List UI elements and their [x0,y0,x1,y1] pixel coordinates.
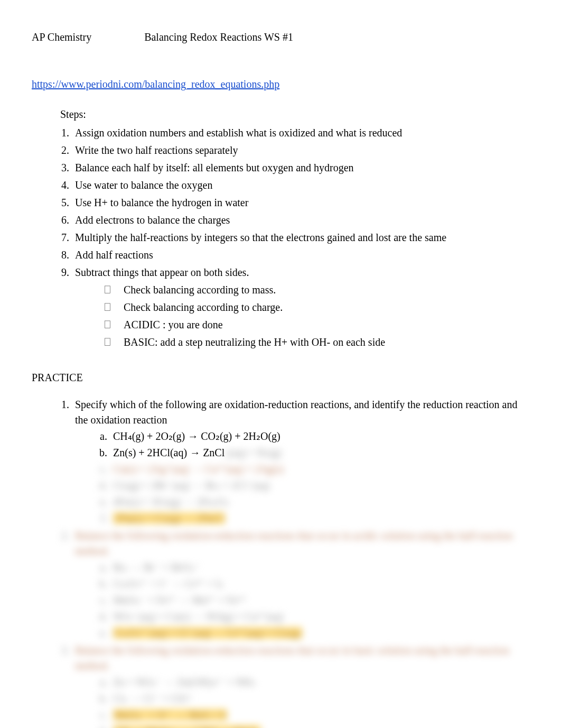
practice-list-blurred: Balance the following oxidation-reductio… [55,528,529,728]
practice-question: Specify which of the following are oxida… [72,397,529,526]
check-item: ⎕ Check balancing according to mass. [105,282,529,298]
sub-question-blurred: Cl₂ → Cl⁻ + ClO⁻ [110,691,529,706]
sub-question-list: CH₄(g) + 2O₂(g) → CO₂(g) + 2H₂O(g) Zn(s)… [96,429,529,460]
sub-question-blurred: Cr₂O₇²⁻ + I⁻ → Cr³⁺ + I₂ [110,576,529,592]
practice-question-blurred: Balance the following oxidation-reductio… [72,528,529,641]
page-header: AP Chemistry Balancing Redox Reactions W… [32,30,529,45]
sub-question-blurred: 4Fe(s) + 3O₂(g) → 2Fe₂O₃ [110,494,529,510]
step-item: Multiply the half-reactions by integers … [72,230,529,245]
sub-question-blurred: MnO₄⁻ + Fe²⁺ → Mn²⁺ + Fe³⁺ [110,593,529,608]
step-item: Write the two half reactions separately [72,143,529,158]
step-item: Subtract things that appear on both side… [72,265,529,350]
question-text-blurred: Balance the following oxidation-reductio… [75,644,509,671]
sub-question-list-blurred: Br₂ → Br⁻ + BrO₃⁻ Cr₂O₇²⁻ + I⁻ → Cr³⁺ + … [96,560,529,641]
step-item: Assign oxidation numbers and establish w… [72,125,529,141]
check-item: ⎕ BASIC: add a step neutralizing the H+ … [105,335,529,350]
step-item: Add electrons to balance the charges [72,213,529,228]
sub-question: CH₄(g) + 2O₂(g) → CO₂(g) + 2H₂O(g) [110,429,529,444]
worksheet-title: Balancing Redox Reactions WS #1 [144,30,293,45]
sub-question: Zn(s) + 2HCl(aq) → ZnCl₂(aq) + H₂(g) [110,445,529,460]
step-item: Add half reactions [72,247,529,263]
equation-visible: Zn(s) + 2HCl(aq) → ZnCl [113,447,225,458]
check-text: Check balancing according to mass. [124,282,276,298]
bullet-icon: ⎕ [105,282,112,296]
sub-question-list-blurred: Cu(s) + 2Ag⁺(aq) → Cu²⁺(aq) + 2Ag(s) Cl₂… [96,462,529,526]
sub-question-blurred: Cr₂O₇²⁻(aq) + Cl⁻(aq) → Cr³⁺(aq) + Cl₂(g… [110,625,529,641]
sub-question-blurred: Cu(s) + 2Ag⁺(aq) → Cu²⁺(aq) + 2Ag(s) [110,462,529,477]
check-item: ⎕ ACIDIC : you are done [105,317,529,333]
sub-question-blurred: 2Na(s) + Cl₂(g) → 2NaCl [110,511,529,526]
check-text: Check balancing according to charge. [124,300,283,315]
sub-question-blurred: Zn + NO₃⁻ → Zn(OH)₄²⁻ + NH₃ [110,675,529,690]
sub-question-blurred: NO₃⁻(aq) + Cu(s) → NO(g) + Cu²⁺(aq) [110,609,529,624]
steps-label: Steps: [60,107,529,122]
sub-question-list-blurred: Zn + NO₃⁻ → Zn(OH)₄²⁻ + NH₃ Cl₂ → Cl⁻ + … [96,675,529,728]
step-item: Use water to balance the oxygen [72,178,529,193]
practice-heading: PRACTICE [32,370,529,385]
sub-question-blurred: CN⁻ + MnO₄⁻ → CNO⁻ + MnO₂ [110,724,529,728]
blurred-content: ₂(aq) + H₂(g) [225,447,281,458]
check-item: ⎕ Check balancing according to charge. [105,300,529,315]
reference-link[interactable]: https://www.periodni.com/balancing_redox… [32,78,279,90]
step-item: Balance each half by itself: all element… [72,160,529,176]
checks-list: ⎕ Check balancing according to mass. ⎕ C… [105,282,529,350]
sub-question-blurred: MnO₄⁻ + S²⁻ → MnS + S [110,707,529,723]
bullet-icon: ⎕ [105,317,112,331]
reference-link-row: https://www.periodni.com/balancing_redox… [32,77,529,92]
step-item: Use H+ to balance the hydrogen in water [72,195,529,210]
sub-question-blurred: Br₂ → Br⁻ + BrO₃⁻ [110,560,529,575]
question-text-blurred: Balance the following oxidation-reductio… [75,530,513,557]
course-name: AP Chemistry [32,30,91,45]
steps-list: Assign oxidation numbers and establish w… [55,125,529,350]
blurred-content: Balance the following oxidation-reductio… [32,528,529,728]
bullet-icon: ⎕ [105,300,112,314]
check-text: BASIC: add a step neutralizing the H+ wi… [124,335,385,350]
check-text: ACIDIC : you are done [124,317,223,333]
bullet-icon: ⎕ [105,335,112,348]
practice-list: Specify which of the following are oxida… [55,397,529,526]
practice-question-blurred: Balance the following oxidation-reductio… [72,643,529,728]
question-text: Specify which of the following are oxida… [75,399,518,426]
blurred-content: Cu(s) + 2Ag⁺(aq) → Cu²⁺(aq) + 2Ag(s) Cl₂… [75,462,529,526]
step-text: Subtract things that appear on both side… [75,266,249,278]
sub-question-blurred: Cl₂(g) + 2Br⁻(aq) → Br₂ + 2Cl⁻(aq) [110,478,529,493]
